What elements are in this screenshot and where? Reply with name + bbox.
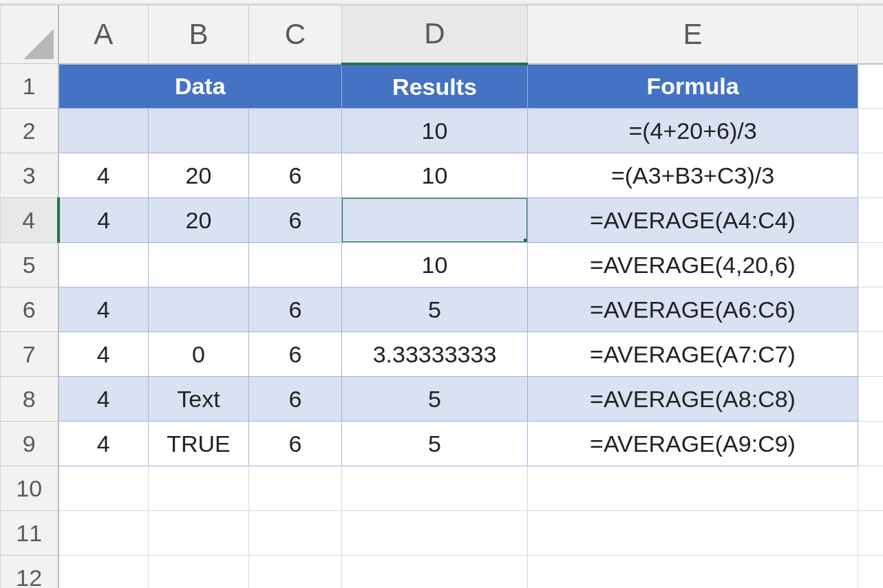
cell-C6[interactable]: 6	[249, 287, 342, 332]
cell-E3[interactable]: =(A3+B3+C3)/3	[528, 153, 858, 198]
cell-B6[interactable]	[149, 287, 249, 332]
cell-D7[interactable]: 3.33333333	[342, 332, 528, 377]
cell-A2[interactable]	[58, 109, 149, 153]
cell-F10[interactable]	[858, 466, 884, 511]
row-header-3[interactable]: 3	[1, 153, 58, 198]
table-row: 7 4 0 6 3.33333333 =AVERAGE(A7:C7)	[1, 332, 884, 377]
cell-A7[interactable]: 4	[58, 332, 149, 377]
cell-B11[interactable]	[149, 511, 249, 556]
cell-B4[interactable]: 20	[149, 198, 249, 243]
cell-D12[interactable]	[342, 556, 528, 589]
cell-E6[interactable]: =AVERAGE(A6:C6)	[528, 287, 858, 332]
cell-C7[interactable]: 6	[249, 332, 342, 377]
cell-E9[interactable]: =AVERAGE(A9:C9)	[528, 422, 858, 466]
cell-D11[interactable]	[342, 511, 528, 556]
cell-A4[interactable]: 4	[58, 198, 149, 243]
col-header-C[interactable]: C	[249, 6, 342, 64]
row-header-10[interactable]: 10	[1, 466, 58, 511]
col-header-A[interactable]: A	[58, 6, 149, 64]
cell-B10[interactable]	[149, 466, 249, 511]
col-header-B[interactable]: B	[149, 6, 249, 64]
cell-C12[interactable]	[249, 556, 342, 589]
cell-F12[interactable]	[858, 556, 884, 589]
cell-A8[interactable]: 4	[58, 377, 149, 422]
table-row: 1 Data Results Formula	[1, 64, 884, 109]
cell-D5[interactable]: 10	[342, 243, 528, 287]
table-header-data[interactable]: Data	[58, 64, 342, 109]
spreadsheet-grid[interactable]: A B C D E 1 Data Results Formula 2 10 =(…	[0, 5, 883, 588]
cell-F3[interactable]	[858, 153, 884, 198]
cell-D10[interactable]	[342, 466, 528, 511]
cell-C10[interactable]	[249, 466, 342, 511]
window-chrome-strip	[0, 0, 883, 5]
cell-A11[interactable]	[58, 511, 149, 556]
table-row: 10	[1, 466, 884, 511]
row-header-9[interactable]: 9	[1, 422, 58, 466]
cell-C8[interactable]: 6	[249, 377, 342, 422]
cell-F6[interactable]	[858, 287, 884, 332]
cell-E11[interactable]	[528, 511, 858, 556]
cell-D2[interactable]: 10	[342, 109, 528, 153]
cell-F8[interactable]	[858, 377, 884, 422]
cell-F1[interactable]	[858, 64, 884, 109]
select-all-triangle[interactable]	[1, 6, 58, 64]
cell-C4[interactable]: 6	[249, 198, 342, 243]
cell-A10[interactable]	[58, 466, 149, 511]
cell-A9[interactable]: 4	[58, 422, 149, 466]
col-header-D[interactable]: D	[342, 6, 528, 64]
table-header-results[interactable]: Results	[342, 64, 528, 109]
table-row: 11	[1, 511, 884, 556]
col-header-F-edge[interactable]	[858, 6, 884, 64]
cell-E10[interactable]	[528, 466, 858, 511]
cell-A5[interactable]	[58, 243, 149, 287]
column-header-row[interactable]: A B C D E	[1, 6, 884, 64]
cell-A6[interactable]: 4	[58, 287, 149, 332]
row-header-1[interactable]: 1	[1, 64, 58, 109]
table-header-formula[interactable]: Formula	[528, 64, 858, 109]
cell-F5[interactable]	[858, 243, 884, 287]
cell-C11[interactable]	[249, 511, 342, 556]
cell-B12[interactable]	[149, 556, 249, 589]
col-header-E[interactable]: E	[528, 6, 858, 64]
cell-F2[interactable]	[858, 109, 884, 153]
cell-F4[interactable]	[858, 198, 884, 243]
cell-B2[interactable]	[149, 109, 249, 153]
row-header-11[interactable]: 11	[1, 511, 58, 556]
row-header-2[interactable]: 2	[1, 109, 58, 153]
cell-F9[interactable]	[858, 422, 884, 466]
cell-F7[interactable]	[858, 332, 884, 377]
cell-B9[interactable]: TRUE	[149, 422, 249, 466]
row-header-5[interactable]: 5	[1, 243, 58, 287]
cell-C9[interactable]: 6	[249, 422, 342, 466]
cell-E12[interactable]	[528, 556, 858, 589]
cell-D6[interactable]: 5	[342, 287, 528, 332]
table-row: 4 4 20 6 =AVERAGE(A4:C4)	[1, 198, 884, 243]
cell-B7[interactable]: 0	[149, 332, 249, 377]
cell-C5[interactable]	[249, 243, 342, 287]
cell-F11[interactable]	[858, 511, 884, 556]
cell-D4-selected[interactable]	[342, 198, 528, 243]
cell-E8[interactable]: =AVERAGE(A8:C8)	[528, 377, 858, 422]
cell-B8[interactable]: Text	[149, 377, 249, 422]
cell-B5[interactable]	[149, 243, 249, 287]
table-row: 8 4 Text 6 5 =AVERAGE(A8:C8)	[1, 377, 884, 422]
cell-E4[interactable]: =AVERAGE(A4:C4)	[528, 198, 858, 243]
cell-B3[interactable]: 20	[149, 153, 249, 198]
table-row: 3 4 20 6 10 =(A3+B3+C3)/3	[1, 153, 884, 198]
row-header-8[interactable]: 8	[1, 377, 58, 422]
row-header-6[interactable]: 6	[1, 287, 58, 332]
cell-D9[interactable]: 5	[342, 422, 528, 466]
cell-A3[interactable]: 4	[58, 153, 149, 198]
cell-D8[interactable]: 5	[342, 377, 528, 422]
cell-C3[interactable]: 6	[249, 153, 342, 198]
cell-D3[interactable]: 10	[342, 153, 528, 198]
table-row: 2 10 =(4+20+6)/3	[1, 109, 884, 153]
cell-A12[interactable]	[58, 556, 149, 589]
row-header-4[interactable]: 4	[1, 198, 58, 243]
cell-E7[interactable]: =AVERAGE(A7:C7)	[528, 332, 858, 377]
cell-C2[interactable]	[249, 109, 342, 153]
cell-E2[interactable]: =(4+20+6)/3	[528, 109, 858, 153]
row-header-7[interactable]: 7	[1, 332, 58, 377]
row-header-12[interactable]: 12	[1, 556, 58, 589]
cell-E5[interactable]: =AVERAGE(4,20,6)	[528, 243, 858, 287]
